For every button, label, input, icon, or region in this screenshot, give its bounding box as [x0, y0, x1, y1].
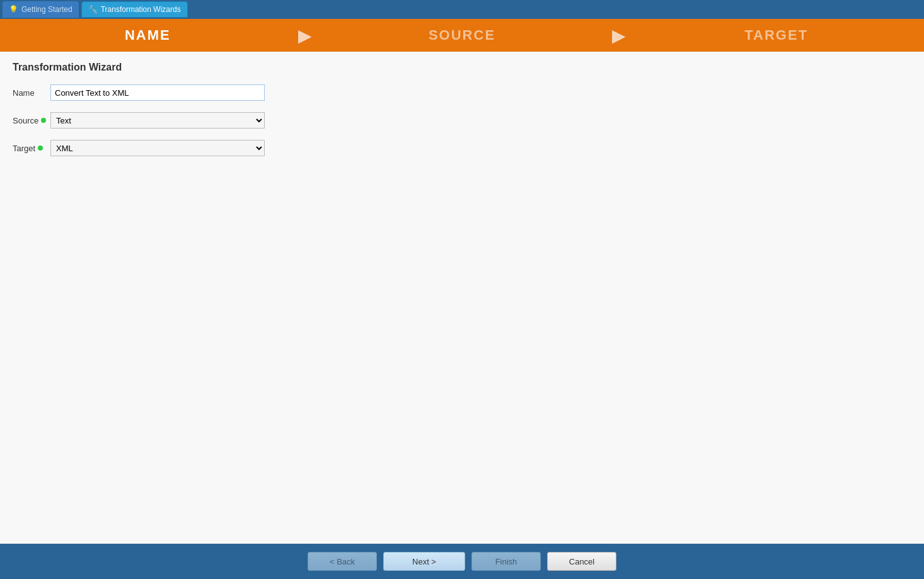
wizard-icon: 🔧	[88, 5, 98, 14]
step-arrow-1: ▶	[296, 19, 315, 52]
step-name: NAME	[0, 19, 296, 52]
target-select[interactable]: XML Text CSV JSON	[50, 140, 265, 156]
step-target: TARGET	[628, 19, 924, 52]
wizard-title: Transformation Wizard	[13, 62, 911, 73]
finish-button[interactable]: Finish	[471, 552, 541, 571]
step-source: SOURCE	[315, 19, 610, 52]
step-name-label: NAME	[125, 27, 171, 43]
tab-bar: 💡 Getting Started 🔧 Transformation Wizar…	[0, 0, 924, 19]
step-source-label: SOURCE	[429, 27, 495, 43]
lightbulb-icon: 💡	[9, 5, 18, 14]
wizard-step-bar: NAME ▶ SOURCE ▶ TARGET	[0, 19, 924, 52]
cancel-button[interactable]: Cancel	[547, 552, 616, 571]
step-target-label: TARGET	[744, 27, 808, 43]
source-row: Source Text XML CSV JSON	[13, 112, 911, 129]
source-required-dot	[41, 118, 46, 123]
tab-transformation-wizards[interactable]: 🔧 Transformation Wizards	[81, 1, 188, 18]
back-button[interactable]: < Back	[308, 552, 377, 571]
next-button[interactable]: Next >	[383, 552, 465, 571]
tab-getting-started-label: Getting Started	[21, 5, 72, 14]
target-required-dot	[38, 146, 43, 151]
tab-getting-started[interactable]: 💡 Getting Started	[3, 1, 79, 18]
main-content: Transformation Wizard Name Source Text X…	[0, 52, 924, 544]
source-select[interactable]: Text XML CSV JSON	[50, 112, 265, 129]
target-label: Target	[13, 144, 50, 153]
source-label: Source	[13, 116, 50, 125]
target-row: Target XML Text CSV JSON	[13, 140, 911, 156]
tab-transformation-wizards-label: Transformation Wizards	[101, 5, 181, 14]
name-input[interactable]	[50, 84, 265, 101]
bottom-bar: < Back Next > Finish Cancel	[0, 544, 924, 579]
name-label: Name	[13, 88, 50, 98]
name-row: Name	[13, 84, 911, 101]
step-arrow-2: ▶	[609, 19, 628, 52]
